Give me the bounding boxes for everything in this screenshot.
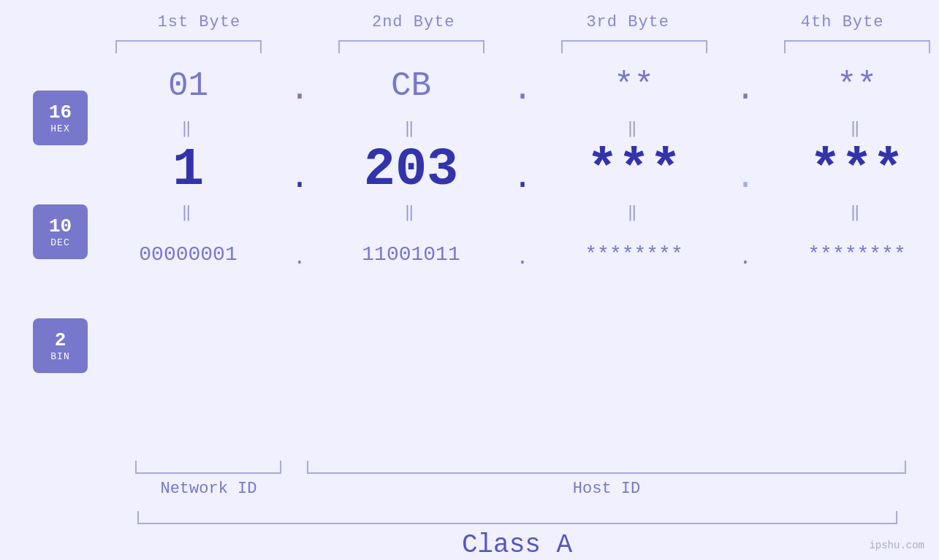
dot2-dec: . [512, 145, 533, 203]
byte1-eq2: ‖ [181, 199, 194, 225]
dec-badge: 10 DEC [33, 204, 88, 259]
bytes-area: 01 ‖ 1 ‖ 00000001 . . . CB [88, 39, 939, 461]
dot1-col: . . . [289, 39, 311, 461]
byte3-top-bracket [561, 40, 707, 53]
byte3-header: 3rd Byte [531, 13, 725, 31]
byte4-dec: *** [810, 141, 905, 199]
byte2-eq1: ‖ [404, 115, 417, 141]
byte4-header: 4th Byte [745, 13, 939, 31]
bottom-brackets-row: Network ID Host ID [128, 461, 906, 498]
host-bracket-line [307, 461, 906, 474]
class-bracket-line [137, 511, 897, 524]
byte3-bin: ******** [585, 225, 683, 283]
byte4-hex: ** [837, 57, 877, 115]
network-bracket-line [135, 461, 281, 474]
dot1-bin: . [294, 229, 306, 287]
host-id-label: Host ID [573, 480, 640, 498]
hex-badge: 16 HEX [33, 91, 88, 145]
byte3-hex: ** [614, 57, 654, 115]
dot3-hex: . [735, 61, 756, 119]
network-id-label: Network ID [160, 480, 256, 498]
watermark: ipshu.com [869, 540, 924, 551]
byte4-col: ** ‖ *** ‖ ******** [756, 39, 939, 461]
byte3-eq2: ‖ [627, 199, 640, 225]
byte3-dec: *** [587, 141, 682, 199]
dot2-bin: . [517, 229, 529, 287]
byte1-bin: 00000001 [139, 225, 237, 283]
network-bracket: Network ID [128, 461, 289, 498]
byte4-bin: ******** [807, 225, 905, 283]
dot2-col: . . . [512, 39, 533, 461]
byte4-top-bracket [784, 40, 930, 53]
byte-headers: 1st Byte 2nd Byte 3rd Byte 4th Byte [0, 0, 939, 31]
dot3-bin: . [740, 229, 752, 287]
byte1-header: 1st Byte [102, 13, 296, 31]
main-container: 1st Byte 2nd Byte 3rd Byte 4th Byte 16 H… [0, 0, 939, 560]
byte1-dec: 1 [172, 141, 204, 199]
byte1-col: 01 ‖ 1 ‖ 00000001 [88, 39, 289, 461]
bin-badge: 2 BIN [33, 318, 88, 373]
dot2-hex: . [512, 61, 533, 119]
byte2-top-bracket [338, 40, 484, 53]
byte1-top-bracket [115, 40, 262, 53]
byte1-hex: 01 [168, 57, 208, 115]
byte2-eq2: ‖ [404, 199, 417, 225]
byte2-col: CB ‖ 203 ‖ 11001011 [311, 39, 512, 461]
dot3-col: . . . [734, 39, 756, 461]
byte2-dec: 203 [364, 141, 459, 199]
main-grid: 16 HEX 10 DEC 2 BIN 01 ‖ 1 ‖ [0, 39, 939, 461]
byte3-col: ** ‖ *** ‖ ******** [533, 39, 734, 461]
host-bracket: Host ID [307, 461, 906, 498]
class-a-label: Class A [462, 530, 572, 560]
dot3-dec: . [735, 145, 756, 203]
byte2-bin: 11001011 [362, 225, 460, 283]
byte1-eq1: ‖ [181, 115, 194, 141]
byte4-eq2: ‖ [850, 199, 863, 225]
byte2-hex: CB [391, 57, 431, 115]
byte2-header: 2nd Byte [316, 13, 510, 31]
class-section: Class A [128, 511, 906, 560]
byte3-eq1: ‖ [627, 115, 640, 141]
dot1-dec: . [289, 145, 310, 203]
byte4-eq1: ‖ [850, 115, 863, 141]
label-column: 16 HEX 10 DEC 2 BIN [33, 39, 88, 461]
dot1-hex: . [289, 61, 310, 119]
bottom-labels-area: Network ID Host ID Class A [0, 461, 939, 560]
